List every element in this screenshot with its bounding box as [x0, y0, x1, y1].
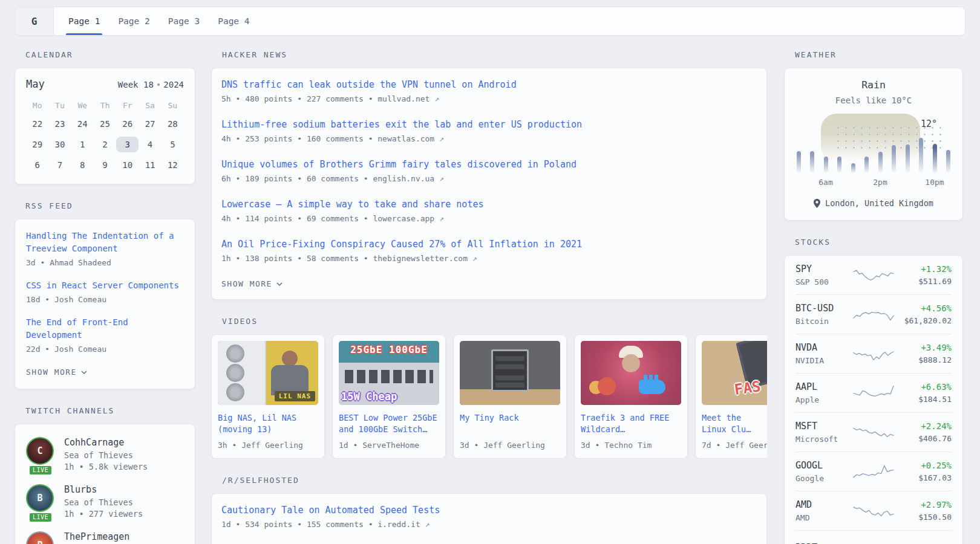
- stock-row[interactable]: AMD AMD +2.97% $150.50: [795, 491, 952, 530]
- twitch-section-title: TWITCH CHANNELS: [25, 406, 195, 415]
- tab-page-1[interactable]: Page 1: [62, 7, 106, 35]
- external-link-icon[interactable]: ↗: [472, 254, 477, 263]
- calendar-day: 25: [94, 116, 116, 132]
- rss-show-more-button[interactable]: SHOW MORE: [26, 368, 87, 377]
- video-thumbnail[interactable]: FAS: [702, 341, 767, 405]
- calendar-day: 22: [26, 116, 48, 132]
- stock-row[interactable]: BTC-USD Bitcoin +4.56% $61,820.02: [795, 294, 952, 334]
- reddit-item: Cautionary Tale on Automated Speed Tests…: [221, 504, 757, 529]
- external-link-icon[interactable]: ↗: [439, 174, 444, 183]
- rss-item-link[interactable]: The End of Front-End Development: [26, 316, 184, 342]
- video-meta: 7d • Jeff Geerling: [702, 441, 767, 450]
- live-badge: LIVE: [28, 512, 53, 523]
- stock-price: $167.03: [896, 473, 952, 482]
- hn-item-link[interactable]: An Oil Price-Fixing Conspiracy Caused 27…: [221, 238, 757, 251]
- external-link-icon[interactable]: ↗: [434, 94, 439, 103]
- weather-feels-like: Feels like 10°C: [795, 96, 952, 105]
- temperature-bar: [946, 150, 950, 173]
- rss-item: Handling The Indentation of a Treeview C…: [26, 230, 184, 267]
- stock-row[interactable]: MSFT Microsoft +2.24% $406.76: [795, 412, 952, 452]
- stock-row[interactable]: GOOGL Google +0.25% $167.03: [795, 452, 952, 491]
- videos-section-title: VIDEOS: [222, 317, 767, 326]
- stock-sparkline: [851, 539, 896, 544]
- twitch-channel-row[interactable]: C LIVE CohhCarnage Sea of Thieves 1h • 5…: [26, 437, 184, 471]
- hn-item-link[interactable]: DNS traffic can leak outside the VPN tun…: [221, 78, 757, 91]
- rss-item: CSS in React Server Components 18d • Jos…: [26, 279, 184, 304]
- calendar-month: May: [26, 78, 45, 90]
- video-title-link[interactable]: My Tiny Rack: [460, 412, 560, 435]
- calendar-day: 8: [71, 157, 94, 173]
- hn-show-more-button[interactable]: SHOW MORE: [221, 279, 283, 288]
- video-thumbnail[interactable]: [581, 341, 681, 405]
- stock-row[interactable]: SPY S&P 500 +1.32% $511.69: [795, 256, 952, 294]
- stock-price: $511.69: [896, 277, 952, 286]
- stock-row[interactable]: RDDT -1.59%: [795, 530, 952, 544]
- external-link-icon[interactable]: ↗: [439, 214, 444, 223]
- video-card[interactable]: LIL NAS Big NAS, Lil NAS (moving 13) 3h …: [211, 334, 325, 459]
- tab-page-3[interactable]: Page 3: [162, 7, 206, 35]
- video-thumbnail[interactable]: 25GbE 100GbE 15W Cheap: [339, 341, 439, 405]
- calendar-day: 6: [26, 157, 48, 173]
- weather-widget: Rain Feels like 10°C 12° 6am 2pm 10pm Lo…: [784, 68, 963, 221]
- time-label: 2pm: [873, 178, 887, 187]
- hn-item-link[interactable]: Unique volumes of Brothers Grimm fairy t…: [221, 158, 757, 171]
- video-title-link[interactable]: Big NAS, Lil NAS (moving 13): [218, 412, 318, 435]
- stock-symbol: SPY: [795, 264, 851, 274]
- video-thumbnail[interactable]: LIL NAS: [218, 341, 318, 405]
- hn-item-link[interactable]: Lithium-free sodium batteries exit the l…: [221, 118, 757, 131]
- calendar-day: 2: [94, 137, 116, 152]
- stock-price: $888.12: [896, 355, 952, 364]
- stock-name: Google: [795, 474, 851, 483]
- channel-category: Sea of Thieves: [64, 497, 143, 507]
- thumbnail-caption: 25GbE 100GbE: [339, 344, 439, 355]
- video-card[interactable]: Traefik 3 and FREE Wildcard… 3d • Techno…: [574, 334, 688, 459]
- stock-symbol: RDDT: [795, 542, 851, 544]
- twitch-channel-row[interactable]: P ThePrimeagen: [26, 531, 184, 544]
- calendar-day: 7: [48, 157, 71, 173]
- location-pin-icon: [814, 199, 820, 208]
- stock-sparkline: [851, 422, 896, 442]
- stock-row[interactable]: AAPL Apple +6.63% $184.51: [795, 373, 952, 412]
- weather-condition: Rain: [795, 79, 952, 91]
- video-title-link[interactable]: BEST Low Power 25GbE and 100GbE Switch…: [339, 412, 439, 435]
- twitch-widget: C LIVE CohhCarnage Sea of Thieves 1h • 5…: [15, 424, 195, 544]
- dashboard-content: CALENDAR May Week 18•2024 Mo Tu We Th Fr…: [0, 36, 980, 544]
- external-link-icon[interactable]: ↗: [439, 134, 444, 143]
- rss-item-link[interactable]: Handling The Indentation of a Treeview C…: [26, 230, 184, 255]
- tab-page-4[interactable]: Page 4: [212, 7, 255, 35]
- calendar-day: 28: [162, 116, 184, 132]
- video-card[interactable]: 25GbE 100GbE 15W Cheap BEST Low Power 25…: [332, 334, 446, 459]
- video-title-link[interactable]: Traefik 3 and FREE Wildcard…: [581, 412, 681, 435]
- hn-item: An Oil Price-Fixing Conspiracy Caused 27…: [221, 238, 757, 263]
- stock-change: +2.97%: [896, 500, 952, 510]
- twitch-channel-row[interactable]: B LIVE Blurbs Sea of Thieves 1h • 277 vi…: [26, 484, 184, 519]
- calendar-day: 26: [116, 116, 139, 132]
- stocks-widget: SPY S&P 500 +1.32% $511.69 BTC-USD Bitco…: [784, 255, 963, 544]
- stock-price: $184.51: [896, 395, 952, 404]
- hn-item-link[interactable]: Lowercase – A simple way to take and sha…: [221, 198, 757, 211]
- video-thumbnail[interactable]: [460, 341, 560, 405]
- hn-item-meta: 6h • 189 points • 60 comments • english.…: [221, 174, 757, 183]
- app-logo[interactable]: G: [15, 7, 54, 35]
- hn-item: Lithium-free sodium batteries exit the l…: [221, 118, 757, 143]
- live-badge: LIVE: [28, 465, 53, 476]
- channel-name[interactable]: ThePrimeagen: [64, 531, 129, 542]
- reddit-item-link[interactable]: Cautionary Tale on Automated Speed Tests: [221, 504, 757, 517]
- external-link-icon[interactable]: ↗: [425, 520, 430, 529]
- video-card[interactable]: My Tiny Rack 3d • Jeff Geerling: [453, 334, 567, 459]
- channel-name[interactable]: CohhCarnage: [64, 437, 148, 448]
- current-temperature: 12°: [921, 118, 937, 129]
- hacker-news-widget: DNS traffic can leak outside the VPN tun…: [211, 68, 767, 300]
- rss-item-link[interactable]: CSS in React Server Components: [26, 279, 184, 292]
- channel-name[interactable]: Blurbs: [64, 484, 143, 495]
- temperature-bar: [797, 151, 801, 173]
- video-title-link[interactable]: Meet the Linux Clu…: [702, 412, 767, 435]
- calendar-day: 24: [71, 116, 94, 132]
- calendar-day: 30: [48, 137, 71, 152]
- stock-symbol: AMD: [795, 499, 851, 510]
- tab-page-2[interactable]: Page 2: [112, 7, 155, 35]
- stock-symbol: MSFT: [795, 421, 851, 432]
- stock-row[interactable]: NVDA NVIDIA +3.49% $888.12: [795, 334, 952, 373]
- video-card[interactable]: FAS Meet the Linux Clu… 7d • Jeff Geerli…: [695, 334, 767, 459]
- videos-section: VIDEOS LIL NAS Big NAS, Lil NAS (moving …: [211, 317, 767, 459]
